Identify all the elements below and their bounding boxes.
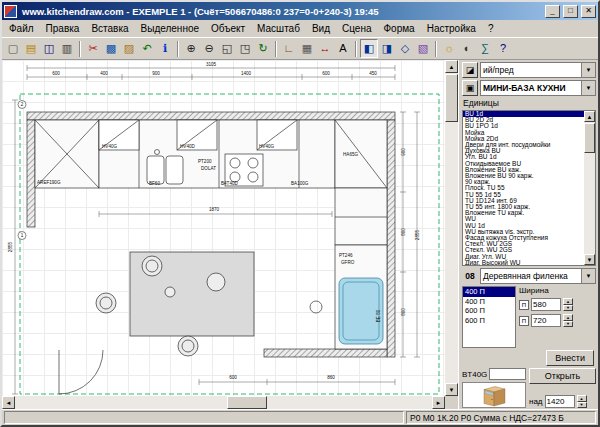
style-combo[interactable]: Деревянная филенка ▼ (480, 268, 596, 284)
menu-item[interactable]: Объект (205, 22, 251, 35)
walls-button[interactable]: ∟ (280, 39, 298, 58)
menu-item[interactable]: Правка (40, 22, 86, 35)
dimension-fields: Ширина П ▲▼ П ▲▼ (519, 286, 596, 348)
plan-label: 1400 (241, 71, 252, 76)
plan-label: 1 (21, 233, 24, 238)
scroll-down-icon[interactable]: ▼ (584, 254, 595, 265)
catalog-photo-button[interactable]: ▣ (462, 80, 478, 96)
status-totals: Р0 М0 1К.20 Р0 Сумма с НДС=27473 Б (406, 411, 596, 424)
cut-button[interactable]: ✂ (84, 39, 102, 58)
size-item[interactable]: 400 П (463, 287, 515, 297)
horizontal-scroll-thumb[interactable] (227, 396, 267, 409)
menu-item[interactable]: Сцена (336, 22, 377, 35)
height-lock-checkbox[interactable]: П (519, 316, 529, 326)
estimate-button[interactable]: ∑ (476, 39, 494, 58)
catalog-scrollbar[interactable]: ▲ ▼ (584, 111, 595, 265)
vertical-scrollbar[interactable]: ▲ ▼ (445, 60, 458, 396)
zoom-fit-button[interactable]: ◳ (236, 39, 254, 58)
item-code-box[interactable] (489, 368, 526, 380)
close-button[interactable]: ✕ (581, 5, 596, 18)
paste-button[interactable]: ▨ (120, 39, 138, 58)
menu-item[interactable]: Форма (377, 22, 420, 35)
plan-label: 600 (322, 71, 330, 76)
width-spinner[interactable]: ▲▼ (563, 298, 573, 311)
undo-button[interactable]: ↶ (138, 39, 156, 58)
plan-label: DOLAT (201, 166, 216, 171)
plan-label: HV40D (180, 144, 195, 149)
above-label: над (529, 397, 543, 406)
height-spinner[interactable]: ▲▼ (563, 314, 573, 327)
chevron-down-icon[interactable]: ▼ (581, 81, 595, 95)
size-item[interactable]: 400 П (463, 297, 515, 307)
grid-button[interactable]: ▦ (298, 39, 316, 58)
spin-down-icon[interactable]: ▼ (577, 402, 587, 409)
database-combo[interactable]: МИНИ-БАЗА КУХНИ ▼ (480, 80, 596, 96)
zoom-window-button[interactable]: ◱ (218, 39, 236, 58)
hidden-line-button[interactable]: ▧ (414, 39, 432, 58)
catalog-scroll-thumb[interactable] (584, 123, 595, 153)
text-button[interactable]: А (334, 39, 352, 58)
redraw-button[interactable]: ↻ (254, 39, 272, 58)
drawing-canvas[interactable]: 3105600400900140060045028551870900800800… (2, 60, 445, 396)
above-input[interactable] (545, 395, 575, 408)
print-button[interactable]: ▥ (58, 39, 76, 58)
catalog-mode-button[interactable]: ◪ (462, 62, 478, 78)
zoom-in-button[interactable]: ⊕ (182, 39, 200, 58)
menu-item[interactable]: Вид (306, 22, 336, 35)
window-title: www.kitchendraw.com - EXEMPLE 1 - (Счёт=… (20, 6, 542, 17)
spin-down-icon[interactable]: ▼ (563, 305, 573, 312)
minimize-button[interactable]: _ (545, 5, 560, 18)
scroll-down-icon[interactable]: ▼ (445, 383, 458, 396)
plan-label: 2 (21, 102, 24, 107)
maximize-button[interactable]: □ (563, 5, 578, 18)
new-button[interactable]: ▢ (4, 39, 22, 58)
width-lock-checkbox[interactable]: П (519, 300, 529, 310)
plan-label: 3105 (206, 62, 217, 67)
open-button[interactable]: Открыть (529, 368, 596, 384)
elevation-view-button[interactable]: ◨ (378, 39, 396, 58)
vertical-scroll-thumb[interactable] (445, 74, 458, 122)
menu-item[interactable]: ? (482, 22, 500, 35)
scroll-left-icon[interactable]: ◄ (2, 396, 15, 409)
perspective-view-button[interactable]: ◇ (396, 39, 414, 58)
chevron-down-icon[interactable]: ▼ (581, 269, 595, 283)
scroll-right-icon[interactable]: ► (432, 396, 445, 409)
view-combo[interactable]: ий/пред ▼ (480, 62, 596, 78)
plan-label: 450 (369, 71, 377, 76)
database-combo-value: МИНИ-БАЗА КУХНИ (481, 81, 581, 95)
catalog-item[interactable]: Диаг. Высокий WU (463, 260, 584, 265)
menu-item[interactable]: Выделенное (135, 22, 206, 35)
app-window: www.kitchendraw.com - EXEMPLE 1 - (Счёт=… (0, 0, 600, 427)
insert-button[interactable]: Внести (546, 350, 594, 366)
lighting-button[interactable]: ☼ (440, 39, 458, 58)
plan-label: HV40G (102, 144, 117, 149)
scroll-up-icon[interactable]: ▲ (584, 111, 595, 122)
menu-item[interactable]: Настройка (421, 22, 482, 35)
help-button[interactable]: ? (494, 39, 512, 58)
horizontal-scrollbar[interactable]: ◄ ► (2, 396, 445, 409)
menu-item[interactable]: Вставка (85, 22, 134, 35)
render-button[interactable]: ◐ (458, 39, 476, 58)
scroll-up-icon[interactable]: ▲ (445, 60, 458, 73)
open-button[interactable]: ▤ (22, 39, 40, 58)
save-icon: ◫ (44, 43, 54, 54)
plan-label: 800 (401, 308, 406, 316)
size-item[interactable]: 600 П (463, 306, 515, 316)
width-input[interactable] (531, 298, 561, 311)
spin-down-icon[interactable]: ▼ (563, 321, 573, 328)
info-button[interactable]: ℹ (156, 39, 174, 58)
copy-button[interactable]: ▩ (102, 39, 120, 58)
size-item[interactable]: 600 П (463, 316, 515, 326)
menu-item[interactable]: Файл (3, 22, 40, 35)
zoom-out-button[interactable]: ⊖ (200, 39, 218, 58)
above-spinner[interactable]: ▲▼ (577, 395, 587, 408)
app-icon (4, 5, 17, 18)
plan-label: B4T40D (221, 181, 239, 186)
floor-plan[interactable]: 3105600400900140060045028551870900800800… (2, 60, 445, 396)
menu-item[interactable]: Масштаб (251, 22, 306, 35)
height-input[interactable] (531, 314, 561, 327)
save-button[interactable]: ◫ (40, 39, 58, 58)
plan-view-button[interactable]: ◧ (360, 39, 378, 58)
chevron-down-icon[interactable]: ▼ (581, 63, 595, 77)
dimensions-button[interactable]: ↔ (316, 39, 334, 58)
